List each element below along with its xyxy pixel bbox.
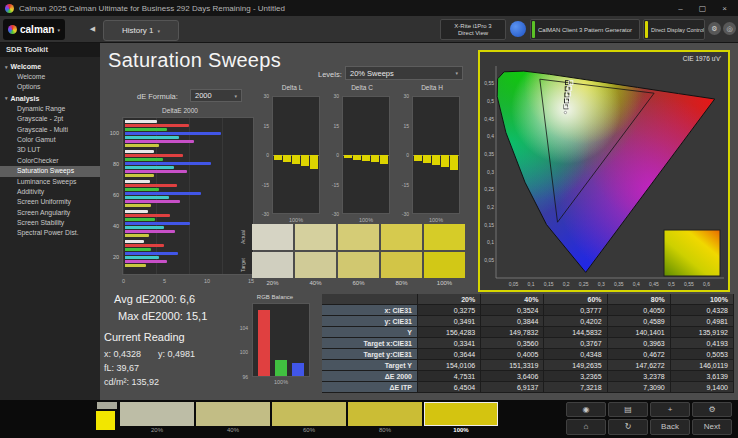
de-formula-dropdown[interactable]: 2000 ▾: [190, 89, 242, 102]
table-row-y-cie31: y: CIE310,34910,38440,42020,45890,4981: [322, 316, 734, 327]
cie-chart-title: CIE 1976 u'v': [683, 55, 721, 62]
rgb-balance-title: RGB Balance: [236, 294, 314, 300]
sidebar-collapse-button[interactable]: ◀: [86, 22, 99, 36]
sidebar-item-welcome[interactable]: Welcome: [0, 72, 100, 82]
table-cell: 149,2635: [544, 360, 607, 371]
axis-label: 100%: [412, 217, 460, 223]
footer-annotate-button[interactable]: +: [650, 402, 690, 417]
sidebar-item-3d-lut[interactable]: 3D LUT: [0, 145, 100, 155]
footer-camera-button[interactable]: ◉: [566, 402, 606, 417]
axis-tick-label: 15: [333, 123, 339, 129]
table-cell: 0,3275: [418, 305, 481, 316]
de-bar-group: [125, 150, 251, 177]
sidebar-group-analysis[interactable]: ▾Analysis: [0, 93, 100, 104]
sidebar-group-welcome[interactable]: ▾Welcome: [0, 61, 100, 72]
delta-bar-cell: [301, 97, 309, 213]
axis-tick-label: 0,2: [563, 281, 570, 287]
delta-bar-cell: [441, 97, 449, 213]
swatch-column-label: 20%: [252, 280, 293, 286]
maximize-button[interactable]: ▢: [694, 2, 711, 15]
delta-bar: [450, 155, 458, 170]
de-bar-group: [125, 120, 251, 147]
display-control-label: Direct Display Control: [651, 27, 704, 33]
history-tab[interactable]: History 1 ▾: [103, 20, 179, 41]
delta-bar: [362, 155, 370, 161]
patch-swatch: [348, 402, 422, 426]
table-header-row: 20%40%60%80%100%: [322, 294, 734, 305]
delta-panel-delta-h: Delta H30150-15-30100%: [400, 84, 464, 230]
sidebar-item-colorchecker[interactable]: ColorChecker: [0, 156, 100, 166]
footer-next-button[interactable]: Next: [692, 419, 732, 435]
footer-report-button[interactable]: ▤: [608, 402, 648, 417]
table-cell: 0,3644: [418, 349, 481, 360]
table-cell: 9,1400: [671, 382, 734, 393]
sidebar-item-saturation-sweeps[interactable]: Saturation Sweeps: [0, 166, 100, 176]
cie-diagram: 0,050,10,150,20,250,30,350,40,450,50,550…: [480, 52, 728, 290]
meter-button[interactable]: X-Rite i1Pro 3 Direct View: [440, 19, 506, 40]
footer-home-button[interactable]: ⌂: [566, 419, 606, 435]
delta-panel-title: Delta H: [400, 84, 464, 94]
cie-white-point: [564, 111, 566, 113]
delta-bar-cell: [450, 97, 458, 213]
axis-tick-label: 30: [333, 93, 339, 99]
sidebar-item-screen-stability[interactable]: Screen Stability: [0, 218, 100, 228]
footer-patch-60[interactable]: 60%: [272, 402, 346, 433]
table-row-y: Y156,4283149,7832144,5832140,1401135,919…: [322, 327, 734, 338]
results-table: 20%40%60%80%100%x: CIE310,32750,35240,37…: [322, 294, 734, 393]
delta-bar: [344, 155, 352, 158]
axis-tick-label: 10: [204, 278, 210, 284]
pattern-generator-button[interactable]: CalMAN Client 3 Pattern Generator: [530, 19, 640, 40]
axis-tick-label: 0,05: [484, 257, 494, 263]
sidebar-item-screen-angularity[interactable]: Screen Angularity: [0, 208, 100, 218]
levels-value: 20% Sweeps: [350, 69, 394, 78]
rgb-bar-blue: [292, 363, 304, 376]
swatch-column-label: 60%: [338, 280, 379, 286]
table-column-header: 40%: [481, 294, 544, 305]
table-cell: 3,2365: [544, 371, 607, 382]
table-cell: 0,3560: [481, 338, 544, 349]
sidebar-item-options[interactable]: Options: [0, 82, 100, 92]
close-button[interactable]: ×: [716, 2, 733, 15]
levels-label: Levels:: [318, 70, 342, 79]
sidebar-item-screen-uniformity[interactable]: Screen Uniformity: [0, 197, 100, 207]
minimize-button[interactable]: –: [672, 2, 689, 15]
footer-refresh-button[interactable]: ↻: [608, 419, 648, 435]
footer-back-button[interactable]: Back: [650, 419, 690, 435]
sidebar-item-grayscale-2pt[interactable]: Grayscale - 2pt: [0, 114, 100, 124]
de-bar: [125, 150, 154, 153]
delta-bar: [301, 155, 309, 166]
levels-dropdown[interactable]: 20% Sweeps ▾: [345, 66, 463, 80]
de-bar: [125, 214, 170, 217]
current-patch-swatch: [96, 411, 115, 430]
settings-button[interactable]: ⚙: [708, 22, 721, 35]
de-bar: [125, 120, 157, 123]
sidebar-item-luminance-sweeps[interactable]: Luminance Sweeps: [0, 177, 100, 187]
table-cell: 0,4328: [671, 305, 734, 316]
de-bar: [125, 136, 179, 139]
display-control-button[interactable]: Direct Display Control: [643, 19, 705, 40]
sidebar-item-additivity[interactable]: Additivity: [0, 187, 100, 197]
expand-icon: ▾: [5, 95, 8, 101]
delta-plot: [342, 96, 390, 214]
swatch-target-40: [295, 252, 336, 278]
calman-menu-button[interactable]: calman ▾: [3, 19, 65, 40]
footer-patch-80[interactable]: 80%: [348, 402, 422, 433]
de-bar: [125, 240, 144, 243]
meter-status-icon[interactable]: [510, 21, 526, 37]
profile-button[interactable]: ◎: [723, 22, 736, 35]
delta-bar: [423, 155, 431, 163]
sidebar-item-grayscale-multi[interactable]: Grayscale - Multi: [0, 125, 100, 135]
axis-tick-label: 0,55: [484, 80, 494, 86]
footer-patch-40[interactable]: 40%: [196, 402, 270, 433]
footer-patch-20[interactable]: 20%: [120, 402, 194, 433]
sidebar-item-spectral-power-dist[interactable]: Spectral Power Dist.: [0, 228, 100, 238]
sidebar-item-color-gamut[interactable]: Color Gamut: [0, 135, 100, 145]
previous-patch-swatch: [97, 402, 117, 409]
sidebar-item-dynamic-range[interactable]: Dynamic Range: [0, 104, 100, 114]
delta-bars: [343, 97, 389, 213]
footer-patch-100[interactable]: 100%: [424, 402, 498, 433]
de-bar: [125, 248, 151, 251]
footer-settings-button[interactable]: ⚙: [692, 402, 732, 417]
sidebar-tree: ▾WelcomeWelcomeOptions▾AnalysisDynamic R…: [0, 57, 100, 239]
table-row-target-y-cie31: Target y:CIE310,36440,40050,43480,46720,…: [322, 349, 734, 360]
